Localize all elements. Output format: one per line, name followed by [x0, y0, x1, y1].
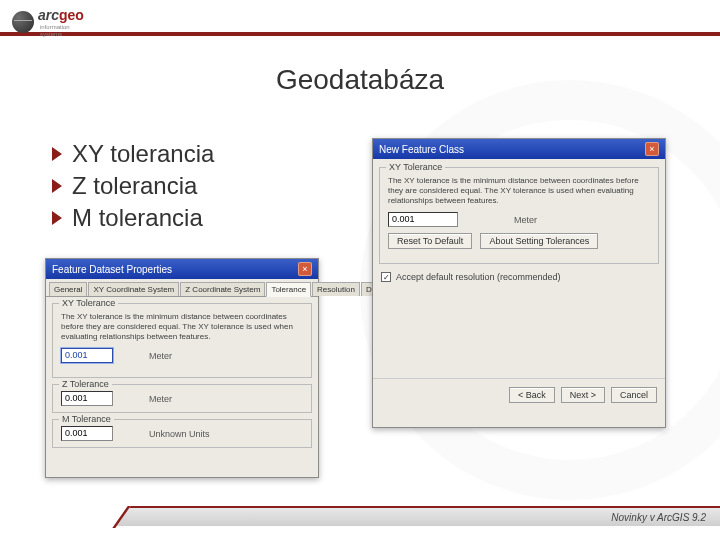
xy-tolerance-description: The XY tolerance is the minimum distance… — [61, 312, 303, 342]
xy-tolerance-field[interactable]: 0.001 — [61, 348, 113, 363]
back-button[interactable]: < Back — [509, 387, 555, 403]
bullet-list: XY tolerancia Z tolerancia M tolerancia — [52, 140, 214, 236]
xy-tolerance-field[interactable]: 0.001 — [388, 212, 458, 227]
group-title: XY Tolerance — [386, 162, 445, 172]
list-item: M tolerancia — [52, 204, 214, 232]
globe-icon — [12, 11, 34, 33]
m-tolerance-group: M Tolerance 0.001 Unknown Units — [52, 419, 312, 448]
xy-tolerance-unit: Meter — [149, 351, 172, 361]
wizard-buttons: < Back Next > Cancel — [373, 378, 665, 411]
tab-z-cs[interactable]: Z Coordinate System — [180, 282, 265, 296]
tab-general[interactable]: General — [49, 282, 87, 296]
brand-subtext2: systems — [40, 31, 84, 38]
brand-logo: arcgeo information systems — [12, 6, 84, 38]
bullet-icon — [52, 211, 62, 225]
group-title: M Tolerance — [59, 414, 114, 424]
xy-tolerance-group: XY Tolerance The XY tolerance is the min… — [52, 303, 312, 378]
dialog-titlebar: New Feature Class × — [373, 139, 665, 159]
footer-text: Novinky v ArcGIS 9.2 — [611, 512, 706, 523]
feature-dataset-properties-dialog: Feature Dataset Properties × General XY … — [45, 258, 319, 478]
bullet-icon — [52, 179, 62, 193]
tab-bar: General XY Coordinate System Z Coordinat… — [46, 279, 318, 297]
list-item: Z tolerancia — [52, 172, 214, 200]
list-item: XY tolerancia — [52, 140, 214, 168]
z-tolerance-unit: Meter — [149, 394, 172, 404]
dialog-title: Feature Dataset Properties — [52, 264, 172, 275]
accent-bar — [0, 32, 720, 36]
xy-tolerance-group: XY Tolerance The XY tolerance is the min… — [379, 167, 659, 264]
z-tolerance-field[interactable]: 0.001 — [61, 391, 113, 406]
close-icon[interactable]: × — [645, 142, 659, 156]
next-button[interactable]: Next > — [561, 387, 605, 403]
tab-resolution[interactable]: Resolution — [312, 282, 360, 296]
brand-subtext1: information — [40, 24, 84, 31]
bullet-text: M tolerancia — [72, 204, 203, 232]
accept-default-resolution-checkbox[interactable]: ✓ — [381, 272, 391, 282]
m-tolerance-unit: Unknown Units — [149, 429, 210, 439]
dialog-titlebar: Feature Dataset Properties × — [46, 259, 318, 279]
xy-tolerance-description: The XY tolerance is the minimum distance… — [388, 176, 650, 206]
bullet-text: Z tolerancia — [72, 172, 197, 200]
group-title: XY Tolerance — [59, 298, 118, 308]
xy-tolerance-unit: Meter — [514, 215, 537, 225]
cancel-button[interactable]: Cancel — [611, 387, 657, 403]
about-tolerances-button[interactable]: About Setting Tolerances — [480, 233, 598, 249]
brand-text: arcgeo — [38, 7, 84, 23]
tab-tolerance[interactable]: Tolerance — [266, 282, 311, 297]
bullet-text: XY tolerancia — [72, 140, 214, 168]
new-feature-class-dialog: New Feature Class × XY Tolerance The XY … — [372, 138, 666, 428]
footer-bar: Novinky v ArcGIS 9.2 — [100, 506, 720, 526]
group-title: Z Tolerance — [59, 379, 112, 389]
close-icon[interactable]: × — [298, 262, 312, 276]
accept-default-resolution-label: Accept default resolution (recommended) — [396, 272, 561, 282]
tab-xy-cs[interactable]: XY Coordinate System — [88, 282, 179, 296]
z-tolerance-group: Z Tolerance 0.001 Meter — [52, 384, 312, 413]
bullet-icon — [52, 147, 62, 161]
dialog-title: New Feature Class — [379, 144, 464, 155]
m-tolerance-field[interactable]: 0.001 — [61, 426, 113, 441]
slide-title: Geodatabáza — [0, 64, 720, 96]
reset-to-default-button[interactable]: Reset To Default — [388, 233, 472, 249]
